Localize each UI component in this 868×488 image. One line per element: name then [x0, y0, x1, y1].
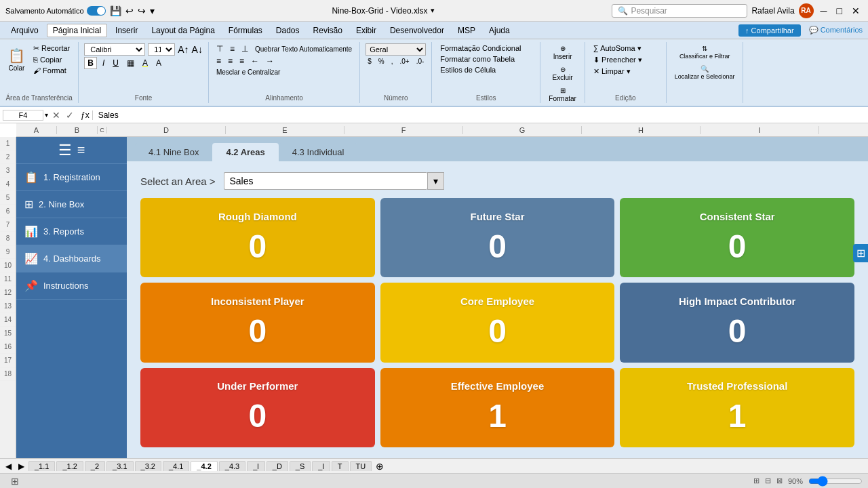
decimal-increase-button[interactable]: .0+: [397, 57, 411, 66]
menu-inserir[interactable]: Inserir: [110, 24, 143, 37]
italic-button[interactable]: I: [100, 58, 107, 68]
row-10[interactable]: 10: [0, 259, 16, 272]
underline-button[interactable]: U: [110, 58, 121, 68]
menu-desenvolvedor[interactable]: Desenvolvedor: [384, 24, 450, 37]
format-table-button[interactable]: Formatar como Tabela: [437, 54, 534, 64]
row-9[interactable]: 9: [0, 245, 16, 259]
sheet-tab-4_3[interactable]: _4.3: [219, 461, 245, 471]
row-6[interactable]: 6: [0, 205, 16, 218]
formula-confirm-icon[interactable]: ✓: [64, 110, 75, 121]
merge-center-button[interactable]: Mesclar e Centralizar: [214, 68, 282, 77]
align-bottom-button[interactable]: ⊥: [239, 43, 250, 54]
sheet-tab-d[interactable]: _D: [267, 461, 288, 471]
avatar[interactable]: RA: [799, 3, 814, 18]
view-layout-icon[interactable]: ⊟: [765, 476, 771, 485]
bold-button[interactable]: B: [84, 57, 97, 69]
indent-decrease-button[interactable]: ←: [249, 56, 261, 66]
tab-areas[interactable]: 4.2 Areas: [212, 143, 278, 161]
sheet-nav-left[interactable]: ◀: [3, 462, 14, 471]
area-select-input[interactable]: [224, 172, 427, 190]
insert-cells-button[interactable]: ⊕ Inserir: [546, 43, 579, 62]
row-18[interactable]: 18: [0, 367, 16, 381]
row-13[interactable]: 13: [0, 300, 16, 313]
sheet-tab-t[interactable]: T: [332, 461, 349, 471]
close-button[interactable]: ✕: [849, 5, 863, 16]
sheet-tab-1_2[interactable]: _1.2: [56, 461, 83, 471]
comments-button[interactable]: 💬 Comentários: [809, 26, 863, 35]
menu-revisao[interactable]: Revisão: [308, 24, 348, 37]
add-sheet-icon[interactable]: ⊕: [373, 461, 387, 472]
autosum-button[interactable]: ∑ AutoSoma ▾: [591, 43, 660, 54]
percent-button[interactable]: %: [376, 57, 387, 66]
menu-exibir[interactable]: Exibir: [351, 24, 382, 37]
border-button[interactable]: ▦: [124, 58, 137, 68]
menu-pagina-inicial[interactable]: Página Inicial: [47, 24, 107, 37]
share-button[interactable]: ↑ Compartilhar: [738, 24, 801, 37]
formula-cancel-icon[interactable]: ✕: [51, 110, 62, 121]
sheet-tab-tu[interactable]: TU: [350, 461, 372, 471]
col-d[interactable]: D: [107, 126, 226, 134]
row-17[interactable]: 17: [0, 354, 16, 367]
col-e[interactable]: E: [226, 126, 344, 134]
menu-formulas[interactable]: Fórmulas: [223, 24, 268, 37]
formula-input[interactable]: [96, 110, 865, 120]
sheet-tab-l2[interactable]: _l: [312, 461, 330, 471]
row-16[interactable]: 16: [0, 340, 16, 354]
row-5[interactable]: 5: [0, 191, 16, 205]
cut-button[interactable]: ✂ Recortar: [31, 43, 73, 54]
cell-reference[interactable]: [3, 110, 43, 121]
view-page-break-icon[interactable]: ⊠: [776, 476, 783, 485]
sheet-tab-s[interactable]: _S: [290, 461, 311, 471]
number-format-selector[interactable]: Geral: [366, 43, 426, 56]
currency-button[interactable]: $: [366, 57, 374, 66]
sheet-nav-right[interactable]: ▶: [16, 462, 27, 471]
sidebar-item-reports[interactable]: 📊 3. Reports: [16, 218, 127, 245]
save-icon[interactable]: 💾: [110, 5, 121, 16]
sheet-tab-4_1[interactable]: _4.1: [163, 461, 189, 471]
align-right-button[interactable]: ≡: [237, 56, 246, 66]
indent-increase-button[interactable]: →: [264, 56, 276, 66]
row-15[interactable]: 15: [0, 327, 16, 340]
menu-arquivo[interactable]: Arquivo: [5, 24, 44, 37]
align-top-button[interactable]: ⊤: [214, 43, 225, 54]
sheet-tab-2[interactable]: _2: [85, 461, 105, 471]
align-left-button[interactable]: ≡: [214, 56, 223, 66]
paste-button[interactable]: 📋 Colar: [5, 46, 28, 73]
menu-layout[interactable]: Layout da Página: [146, 24, 220, 37]
row-1[interactable]: 1: [0, 137, 16, 150]
fill-button[interactable]: ⬇ Preencher ▾: [591, 55, 660, 65]
find-select-button[interactable]: 🔍 Localizar e Selecionar: [672, 64, 738, 81]
clear-button[interactable]: ✕ Limpar ▾: [591, 66, 660, 77]
font-color-button[interactable]: A: [153, 58, 164, 68]
sidebar-item-nine-box[interactable]: ⊞ 2. Nine Box: [16, 191, 127, 218]
insert-function-icon[interactable]: ƒx: [78, 110, 93, 120]
sheet-tab-4_2[interactable]: _4.2: [191, 461, 217, 471]
col-g[interactable]: G: [463, 126, 582, 134]
tab-individual[interactable]: 4.3 Individual: [279, 143, 358, 161]
col-a[interactable]: A: [16, 126, 57, 134]
col-h[interactable]: H: [582, 126, 701, 134]
zoom-slider[interactable]: [808, 476, 863, 487]
redo-icon[interactable]: ↪: [138, 5, 146, 16]
font-selector[interactable]: Calibri: [84, 43, 145, 56]
undo-icon[interactable]: ↩: [125, 5, 134, 16]
sidebar-item-dashboards[interactable]: 📈 4. Dashboards: [16, 245, 127, 272]
title-dropdown-icon[interactable]: ▾: [431, 6, 435, 15]
conditional-format-button[interactable]: Formatação Condicional: [437, 43, 534, 53]
align-middle-button[interactable]: ≡: [228, 43, 237, 54]
row-12[interactable]: 12: [0, 286, 16, 300]
decimal-decrease-button[interactable]: .0-: [414, 57, 427, 66]
right-panel[interactable]: ⊞: [853, 244, 868, 262]
row-8[interactable]: 8: [0, 232, 16, 245]
sort-filter-button[interactable]: ⇅ Classificar e Filtrar: [672, 43, 738, 61]
col-c[interactable]: C: [98, 127, 107, 134]
tab-nine-box[interactable]: 4.1 Nine Box: [135, 143, 212, 161]
row-3[interactable]: 3: [0, 164, 16, 178]
sidebar-item-instructions[interactable]: 📌 Instructions: [16, 272, 127, 300]
view-normal-icon[interactable]: ⊞: [753, 476, 760, 485]
sidebar-item-registration[interactable]: 📋 1. Registration: [16, 164, 127, 191]
format-cells-button[interactable]: ⊞ Formatar: [546, 85, 579, 104]
maximize-button[interactable]: □: [834, 5, 845, 16]
row-11[interactable]: 11: [0, 272, 16, 286]
format-painter-button[interactable]: 🖌 Format: [31, 66, 73, 75]
